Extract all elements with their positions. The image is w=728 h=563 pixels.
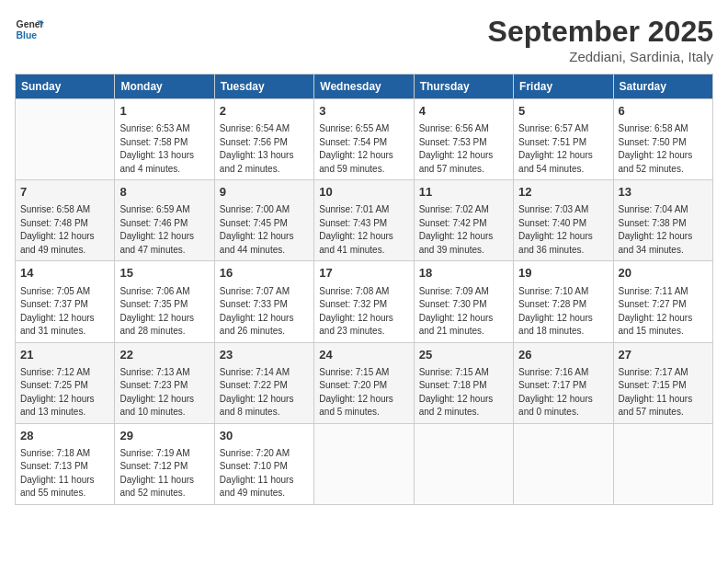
week-row: 1Sunrise: 6:53 AM Sunset: 7:58 PM Daylig… [16,99,713,180]
day-number: 26 [518,347,608,363]
day-info: Sunrise: 7:15 AM Sunset: 7:20 PM Dayligh… [319,366,408,419]
col-header-wednesday: Wednesday [314,75,414,99]
day-number: 9 [220,184,309,201]
day-info: Sunrise: 6:59 AM Sunset: 7:46 PM Dayligh… [119,203,209,257]
day-number: 8 [119,184,209,201]
calendar-cell: 6Sunrise: 6:58 AM Sunset: 7:50 PM Daylig… [613,99,712,180]
day-number: 11 [419,184,508,201]
calendar-table: SundayMondayTuesdayWednesdayThursdayFrid… [15,74,713,505]
day-info: Sunrise: 6:58 AM Sunset: 7:50 PM Dayligh… [619,122,708,176]
month-title: September 2025 [488,15,713,49]
day-info: Sunrise: 7:12 AM Sunset: 7:25 PM Dayligh… [20,366,109,419]
calendar-cell: 29Sunrise: 7:19 AM Sunset: 7:12 PM Dayli… [115,423,214,504]
calendar-cell: 14Sunrise: 7:05 AM Sunset: 7:37 PM Dayli… [16,261,115,342]
day-number: 19 [518,265,608,282]
day-info: Sunrise: 7:20 AM Sunset: 7:10 PM Dayligh… [220,447,309,500]
day-info: Sunrise: 7:13 AM Sunset: 7:23 PM Dayligh… [119,366,209,419]
day-info: Sunrise: 7:01 AM Sunset: 7:43 PM Dayligh… [319,203,408,257]
location: Zeddiani, Sardinia, Italy [488,49,713,64]
calendar-cell: 5Sunrise: 6:57 AM Sunset: 7:51 PM Daylig… [514,99,613,180]
day-number: 3 [319,103,408,120]
day-number: 14 [20,265,109,282]
calendar-cell: 20Sunrise: 7:11 AM Sunset: 7:27 PM Dayli… [613,261,712,342]
calendar-cell: 27Sunrise: 7:17 AM Sunset: 7:15 PM Dayli… [613,342,712,423]
day-number: 12 [518,184,608,201]
day-number: 4 [419,103,508,120]
calendar-cell: 10Sunrise: 7:01 AM Sunset: 7:43 PM Dayli… [314,180,414,261]
day-info: Sunrise: 7:11 AM Sunset: 7:27 PM Dayligh… [619,285,708,339]
title-block: September 2025 Zeddiani, Sardinia, Italy [488,15,713,64]
logo-icon: General Blue [15,15,44,44]
calendar-cell: 30Sunrise: 7:20 AM Sunset: 7:10 PM Dayli… [214,423,313,504]
calendar-cell: 13Sunrise: 7:04 AM Sunset: 7:38 PM Dayli… [613,180,712,261]
calendar-cell [414,423,513,504]
svg-text:Blue: Blue [17,30,38,40]
calendar-cell: 23Sunrise: 7:14 AM Sunset: 7:22 PM Dayli… [214,342,313,423]
calendar-cell [16,99,115,180]
day-info: Sunrise: 7:19 AM Sunset: 7:12 PM Dayligh… [119,447,209,500]
day-info: Sunrise: 7:03 AM Sunset: 7:40 PM Dayligh… [518,203,608,257]
day-number: 18 [419,265,508,282]
day-number: 25 [419,347,508,363]
day-info: Sunrise: 6:55 AM Sunset: 7:54 PM Dayligh… [319,122,408,176]
day-info: Sunrise: 7:14 AM Sunset: 7:22 PM Dayligh… [220,366,309,419]
calendar-cell: 9Sunrise: 7:00 AM Sunset: 7:45 PM Daylig… [214,180,313,261]
day-number: 1 [119,103,209,120]
page-header: General Blue September 2025 Zeddiani, Sa… [15,15,713,64]
calendar-cell: 17Sunrise: 7:08 AM Sunset: 7:32 PM Dayli… [314,261,414,342]
day-info: Sunrise: 7:02 AM Sunset: 7:42 PM Dayligh… [419,203,508,257]
day-info: Sunrise: 7:10 AM Sunset: 7:28 PM Dayligh… [518,285,608,339]
day-info: Sunrise: 7:04 AM Sunset: 7:38 PM Dayligh… [619,203,708,257]
day-info: Sunrise: 6:56 AM Sunset: 7:53 PM Dayligh… [419,122,508,176]
day-number: 2 [220,103,309,120]
day-number: 7 [20,184,109,201]
day-number: 5 [518,103,608,120]
calendar-cell [314,423,414,504]
day-number: 15 [119,265,209,282]
day-info: Sunrise: 7:06 AM Sunset: 7:35 PM Dayligh… [119,285,209,339]
calendar-cell: 16Sunrise: 7:07 AM Sunset: 7:33 PM Dayli… [214,261,313,342]
day-number: 20 [619,265,708,282]
day-number: 17 [319,265,408,282]
day-info: Sunrise: 6:57 AM Sunset: 7:51 PM Dayligh… [518,122,608,176]
col-header-monday: Monday [115,75,214,99]
day-number: 10 [319,184,408,201]
calendar-cell: 26Sunrise: 7:16 AM Sunset: 7:17 PM Dayli… [514,342,613,423]
day-number: 29 [119,428,209,444]
calendar-cell: 11Sunrise: 7:02 AM Sunset: 7:42 PM Dayli… [414,180,513,261]
calendar-cell: 15Sunrise: 7:06 AM Sunset: 7:35 PM Dayli… [115,261,214,342]
week-row: 14Sunrise: 7:05 AM Sunset: 7:37 PM Dayli… [16,261,713,342]
calendar-cell: 2Sunrise: 6:54 AM Sunset: 7:56 PM Daylig… [214,99,313,180]
day-number: 28 [20,428,109,444]
calendar-cell: 25Sunrise: 7:15 AM Sunset: 7:18 PM Dayli… [414,342,513,423]
day-number: 23 [220,347,309,363]
calendar-cell: 4Sunrise: 6:56 AM Sunset: 7:53 PM Daylig… [414,99,513,180]
calendar-cell: 19Sunrise: 7:10 AM Sunset: 7:28 PM Dayli… [514,261,613,342]
day-info: Sunrise: 7:09 AM Sunset: 7:30 PM Dayligh… [419,285,508,339]
week-row: 21Sunrise: 7:12 AM Sunset: 7:25 PM Dayli… [16,342,713,423]
day-number: 30 [220,428,309,444]
day-info: Sunrise: 7:18 AM Sunset: 7:13 PM Dayligh… [20,447,109,500]
day-number: 16 [220,265,309,282]
day-info: Sunrise: 7:08 AM Sunset: 7:32 PM Dayligh… [319,285,408,339]
col-header-friday: Friday [514,75,613,99]
day-info: Sunrise: 7:07 AM Sunset: 7:33 PM Dayligh… [220,285,309,339]
col-header-sunday: Sunday [16,75,115,99]
calendar-cell: 1Sunrise: 6:53 AM Sunset: 7:58 PM Daylig… [115,99,214,180]
day-info: Sunrise: 6:54 AM Sunset: 7:56 PM Dayligh… [220,122,309,176]
calendar-cell: 3Sunrise: 6:55 AM Sunset: 7:54 PM Daylig… [314,99,414,180]
header-row: SundayMondayTuesdayWednesdayThursdayFrid… [16,75,713,99]
day-number: 21 [20,347,109,363]
col-header-tuesday: Tuesday [214,75,313,99]
calendar-cell: 12Sunrise: 7:03 AM Sunset: 7:40 PM Dayli… [514,180,613,261]
week-row: 7Sunrise: 6:58 AM Sunset: 7:48 PM Daylig… [16,180,713,261]
calendar-cell: 7Sunrise: 6:58 AM Sunset: 7:48 PM Daylig… [16,180,115,261]
calendar-cell: 18Sunrise: 7:09 AM Sunset: 7:30 PM Dayli… [414,261,513,342]
day-info: Sunrise: 7:00 AM Sunset: 7:45 PM Dayligh… [220,203,309,257]
calendar-cell [613,423,712,504]
day-number: 24 [319,347,408,363]
calendar-cell: 21Sunrise: 7:12 AM Sunset: 7:25 PM Dayli… [16,342,115,423]
col-header-saturday: Saturday [613,75,712,99]
calendar-cell: 22Sunrise: 7:13 AM Sunset: 7:23 PM Dayli… [115,342,214,423]
day-info: Sunrise: 7:15 AM Sunset: 7:18 PM Dayligh… [419,366,508,419]
